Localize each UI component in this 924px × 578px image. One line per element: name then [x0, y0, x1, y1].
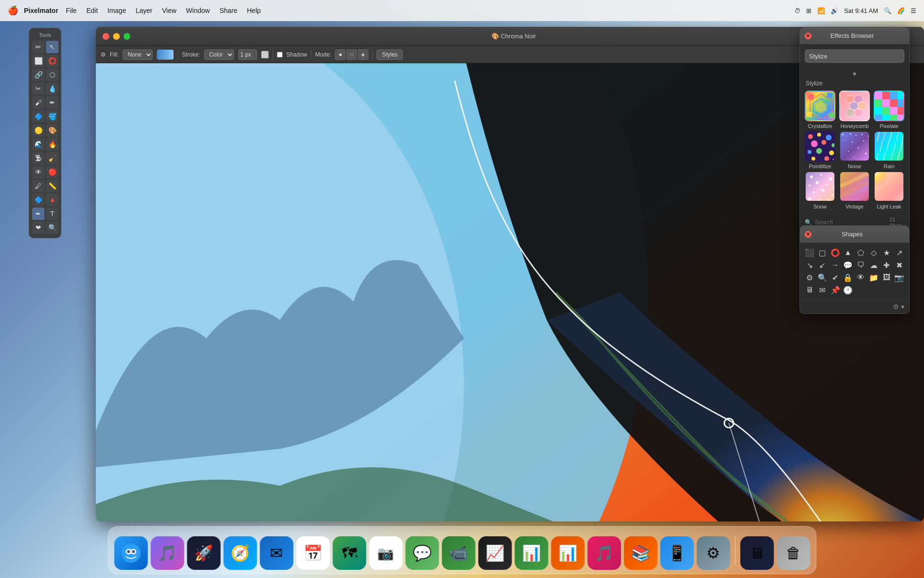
stroke-color-swatch[interactable] — [261, 51, 269, 58]
menu-view[interactable]: View — [158, 6, 180, 15]
shape-camera[interactable]: 📷 — [893, 272, 905, 283]
effects-search-input[interactable] — [815, 219, 887, 226]
effects-category-select[interactable]: Stylize — [805, 49, 904, 63]
shape-circle[interactable]: ⭕ — [830, 247, 841, 258]
dock-launchpad[interactable]: 🚀 — [187, 536, 220, 570]
dock-safari[interactable]: 🧭 — [223, 536, 257, 570]
effect-vintage[interactable]: Vintage — [838, 171, 871, 209]
tool-crop[interactable]: ✂ — [32, 82, 45, 95]
shape-cloud[interactable]: ☁ — [868, 259, 879, 271]
menu-help[interactable]: Help — [243, 6, 264, 15]
effect-pixelate[interactable]: Pixelate — [873, 91, 905, 129]
tool-gradient[interactable]: 🟡 — [32, 124, 45, 137]
menu-layer[interactable]: Layer — [132, 6, 156, 15]
fill-color-swatch[interactable] — [157, 49, 174, 60]
fill-select[interactable]: None — [123, 49, 153, 60]
tool-fill[interactable]: 🪣 — [46, 110, 58, 123]
dock-music[interactable]: 🎵 — [587, 536, 621, 570]
effect-noise[interactable]: Noise — [838, 131, 871, 169]
tool-text[interactable]: T — [46, 208, 58, 220]
dock-maps[interactable]: 🗺 — [332, 536, 366, 570]
audio-icon[interactable]: 🔊 — [831, 7, 838, 14]
dock-appstore[interactable]: 📱 — [660, 536, 694, 570]
dock-siri[interactable]: 🎵 — [150, 536, 184, 570]
wifi-icon[interactable]: 📶 — [817, 7, 825, 14]
styles-button[interactable]: Styles — [376, 49, 403, 60]
tool-color2[interactable]: 🔴 — [46, 166, 58, 178]
tool-brush[interactable]: 🖌 — [32, 96, 45, 109]
shapes-gear-icon[interactable]: ⚙ ▾ — [893, 303, 904, 311]
shape-lock[interactable]: 🔒 — [842, 272, 854, 283]
time-machine-icon[interactable]: ⏱ — [794, 7, 800, 14]
shape-rounded-rect[interactable]: ▢ — [817, 247, 828, 258]
effect-honeycomb[interactable]: Honeycomb — [838, 91, 871, 129]
search-icon[interactable]: 🔍 — [884, 7, 891, 14]
dock-photos[interactable]: 📷 — [369, 536, 402, 570]
dock-messages[interactable]: 💬 — [405, 536, 439, 570]
dock-trash[interactable]: 🗑 — [776, 536, 810, 570]
stroke-width-input[interactable] — [238, 49, 257, 60]
tool-color[interactable]: 🎨 — [46, 124, 58, 137]
tool-shape-rect[interactable]: 🔷 — [32, 110, 45, 123]
shape-square[interactable]: ⬛ — [804, 247, 815, 258]
tool-line[interactable]: 📏 — [46, 180, 58, 192]
shape-star[interactable]: ★ — [881, 247, 892, 258]
tool-selection[interactable]: ↖ — [46, 41, 58, 53]
shape-eye[interactable]: 👁 — [855, 272, 867, 283]
shape-pentagon[interactable]: ⬠ — [855, 247, 867, 258]
apple-menu-icon[interactable]: 🍎 — [8, 5, 18, 16]
shape-triangle[interactable]: ▲ — [842, 247, 854, 258]
notifications-icon[interactable]: ☰ — [911, 7, 916, 14]
shape-clock[interactable]: 🕐 — [842, 284, 854, 296]
mode-btn-2[interactable]: □ — [346, 49, 357, 60]
tool-pencil2[interactable]: 🖊 — [32, 180, 45, 192]
menu-window[interactable]: Window — [182, 6, 214, 15]
shape-folder[interactable]: 📁 — [868, 272, 879, 283]
tool-lasso[interactable]: 🔗 — [32, 69, 45, 81]
shape-arrow[interactable]: → — [830, 259, 841, 271]
tool-pen[interactable]: ✏ — [32, 41, 45, 53]
tool-smudge[interactable]: 🌊 — [32, 138, 45, 150]
shape-line-diag1[interactable]: ↗ — [893, 247, 905, 258]
shape-image[interactable]: 🖼 — [881, 272, 892, 283]
shape-speech-bubble2[interactable]: 🗨 — [855, 259, 867, 271]
tool-ellipse-select[interactable]: ⭕ — [46, 55, 58, 67]
tool-eyedropper[interactable]: 💧 — [46, 82, 58, 95]
dock-systemprefs[interactable]: ⚙ — [696, 536, 730, 570]
shape-check[interactable]: ✔ — [830, 272, 841, 283]
tool-shape2[interactable]: 🔷 — [32, 194, 45, 206]
shape-pin[interactable]: 📌 — [830, 284, 841, 296]
shape-line-diag3[interactable]: ↙ — [817, 259, 828, 271]
menu-file[interactable]: File — [62, 6, 81, 15]
shape-diamond[interactable]: ◇ — [868, 247, 879, 258]
effect-crystallize[interactable]: Crystallize — [804, 91, 836, 129]
tool-stamp[interactable]: 🗜 — [32, 152, 45, 164]
mode-btn-3[interactable]: ◈ — [358, 49, 368, 60]
shape-monitor[interactable]: 🖥 — [804, 284, 815, 296]
tool-eraser[interactable]: 🧹 — [46, 152, 58, 164]
control-center-icon[interactable]: ⊞ — [806, 7, 811, 14]
tool-triangle[interactable]: 🔺 — [46, 194, 58, 206]
menu-share[interactable]: Share — [216, 6, 241, 15]
menu-edit[interactable]: Edit — [82, 6, 102, 15]
mode-btn-1[interactable]: ■ — [335, 49, 345, 60]
shape-envelope[interactable]: ✉ — [817, 284, 828, 296]
shape-plus[interactable]: ✚ — [881, 259, 892, 271]
tool-burn[interactable]: 🔥 — [46, 138, 58, 150]
dock-mail[interactable]: ✉ — [260, 536, 293, 570]
tool-inkpen[interactable]: ✒ — [46, 96, 58, 109]
tool-polygon[interactable]: ⬡ — [46, 69, 58, 81]
shape-line-diag2[interactable]: ↘ — [804, 259, 815, 271]
shape-cross[interactable]: ✖ — [893, 259, 905, 271]
dock-numbers[interactable]: 📊 — [514, 536, 548, 570]
tool-eye[interactable]: 👁 — [32, 166, 45, 178]
tool-rect-select[interactable]: ⬜ — [32, 55, 45, 67]
shape-search[interactable]: 🔍 — [817, 272, 828, 283]
window-close-button[interactable] — [103, 33, 109, 40]
menu-image[interactable]: Image — [103, 6, 130, 15]
dock-stocks[interactable]: 📈 — [478, 536, 512, 570]
toolbar-gear-icon[interactable]: ⚙ — [101, 51, 106, 58]
dock-facetime[interactable]: 📹 — [442, 536, 475, 570]
effect-pointillize[interactable]: Pointillize — [804, 131, 836, 169]
dock-calendar[interactable]: 📅 — [296, 536, 330, 570]
